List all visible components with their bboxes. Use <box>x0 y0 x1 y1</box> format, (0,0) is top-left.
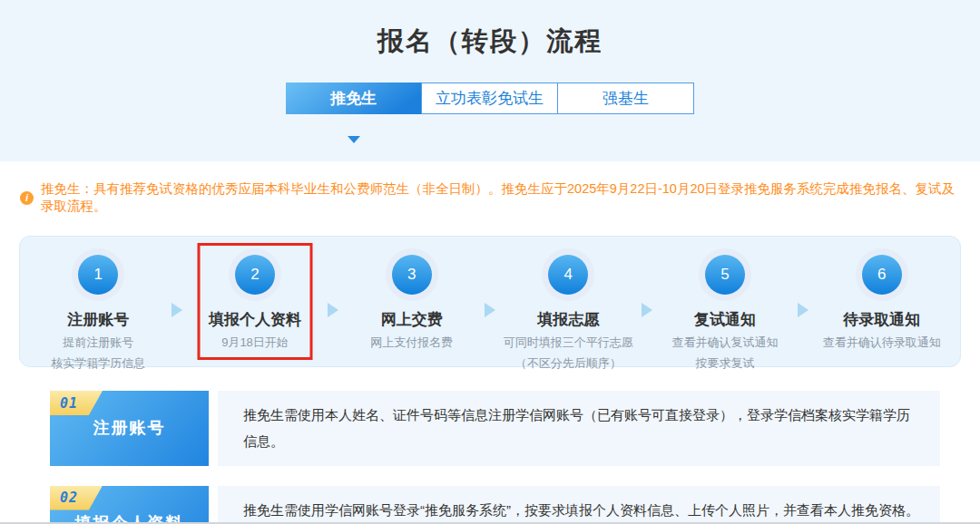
step-subtitle: 按要求复试 <box>647 355 804 372</box>
step-circle-halo: 5 <box>699 248 751 301</box>
step-circle-halo: 6 <box>856 248 908 301</box>
step-circle-halo: 2 <box>229 248 281 301</box>
step-title: 注册账号 <box>20 309 177 330</box>
step-subtitle: 9月18日开始 <box>177 335 334 351</box>
section-label: 注册账号 <box>93 417 166 439</box>
section-number-badge: 02 <box>50 486 103 510</box>
step-subtitle: （不区分先后顺序） <box>490 355 647 372</box>
caret-down-icon <box>348 136 360 143</box>
step-circle-halo: 4 <box>542 248 594 301</box>
step-subtitle: 查看并确认待录取通知 <box>803 335 960 351</box>
step-retest-notice: 5 复试通知 查看并确认复试通知 按要求复试 <box>647 248 804 366</box>
step-number-badge: 1 <box>78 255 118 295</box>
section-description: 推免生需使用本人姓名、证件号码等信息注册学信网账号（已有账号可直接登录），登录学… <box>218 391 940 466</box>
process-steps-panel: 1 注册账号 提前注册账号 核实学籍学历信息 2 填报个人资料 9月18日开始 … <box>19 236 961 367</box>
section-fill-personal-info: 02 填报个人资料 推免生需使用学信网账号登录“推免服务系统”，按要求填报个人资… <box>50 486 940 524</box>
step-subtitle: 可同时填报三个平行志愿 <box>490 335 647 351</box>
step-number-badge: 2 <box>235 255 275 295</box>
notice-text: 推免生：具有推荐免试资格的优秀应届本科毕业生和公费师范生（非全日制）。推免生应于… <box>41 180 962 215</box>
step-subtitle: 提前注册账号 <box>20 335 177 351</box>
page-title: 报名（转段）流程 <box>0 0 980 60</box>
tab-qiangjisheng[interactable]: 强基生 <box>557 82 694 114</box>
section-label-box: 02 填报个人资料 <box>50 486 209 524</box>
step-title: 填报志愿 <box>490 309 647 330</box>
section-description-text: 推免生需使用学信网账号登录“推免服务系统”，按要求填报个人资料信息、上传个人照片… <box>243 497 920 524</box>
section-description: 推免生需使用学信网账号登录“推免服务系统”，按要求填报个人资料信息、上传个人照片… <box>218 486 940 524</box>
step-fill-personal-info: 2 填报个人资料 9月18日开始 <box>177 248 334 366</box>
step-subtitle: 网上支付报名费 <box>333 335 490 351</box>
step-subtitle: 核实学籍学历信息 <box>20 355 177 372</box>
section-register-account: 01 注册账号 推免生需使用本人姓名、证件号码等信息注册学信网账号（已有账号可直… <box>50 391 940 466</box>
step-title: 待录取通知 <box>803 309 960 330</box>
notice-bar: i 推免生：具有推荐免试资格的优秀应届本科毕业生和公费师范生（非全日制）。推免生… <box>20 180 962 215</box>
step-register-account: 1 注册账号 提前注册账号 核实学籍学历信息 <box>20 248 177 366</box>
section-label-box: 01 注册账号 <box>50 391 209 466</box>
section-number-badge: 01 <box>50 391 103 415</box>
hero-band: 报名（转段）流程 推免生 立功表彰免试生 强基生 <box>0 0 980 161</box>
step-online-payment: 3 网上交费 网上支付报名费 <box>333 248 490 366</box>
step-circle-halo: 3 <box>386 248 438 301</box>
step-fill-preferences: 4 填报志愿 可同时填报三个平行志愿 （不区分先后顺序） <box>490 248 647 366</box>
info-icon: i <box>20 191 34 205</box>
step-subtitle: 查看并确认复试通知 <box>647 335 804 351</box>
step-title: 复试通知 <box>647 309 804 330</box>
step-title: 填报个人资料 <box>177 309 334 330</box>
step-number-badge: 3 <box>392 255 432 295</box>
step-number-badge: 5 <box>705 255 745 295</box>
tab-ligong-biaozhang[interactable]: 立功表彰免试生 <box>421 82 558 114</box>
section-description-text: 推免生需使用本人姓名、证件号码等信息注册学信网账号（已有账号可直接登录），登录学… <box>243 402 920 455</box>
step-admission-pending-notice: 6 待录取通知 查看并确认待录取通知 <box>803 248 960 366</box>
step-number-badge: 4 <box>548 255 588 295</box>
tab-tuimiansheng[interactable]: 推免生 <box>286 82 421 114</box>
step-circle-halo: 1 <box>72 248 124 301</box>
step-number-badge: 6 <box>862 255 902 295</box>
tab-bar: 推免生 立功表彰免试生 强基生 <box>286 82 694 114</box>
step-title: 网上交费 <box>333 309 490 330</box>
page-root: 报名（转段）流程 推免生 立功表彰免试生 强基生 i 推免生：具有推荐免试资格的… <box>0 0 980 524</box>
